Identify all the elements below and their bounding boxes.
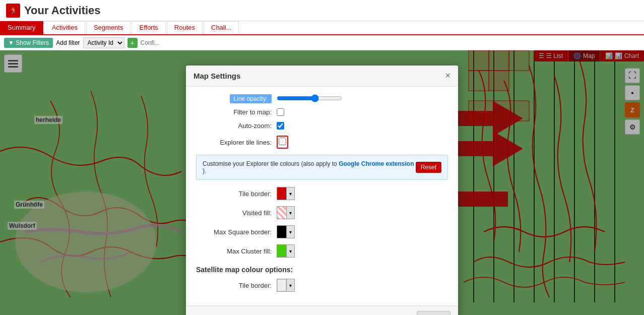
visited-fill-picker[interactable]: ▾: [277, 206, 295, 219]
modal-overlay: Map Settings × Line opacity: Filter to m…: [0, 50, 644, 315]
max-square-border-row: Max Square border: ▾: [196, 225, 448, 238]
explorer-tile-lines-row: Explorer tile lines:: [196, 136, 448, 149]
line-opacity-label-container: Line opacity:: [196, 95, 277, 102]
show-filters-button[interactable]: ▼ Show Filters: [4, 38, 53, 48]
tab-segments[interactable]: Segments: [86, 21, 131, 34]
modal-footer: Close: [186, 305, 458, 315]
tile-border-label: Tile border:: [196, 190, 277, 198]
map-settings-modal: Map Settings × Line opacity: Filter to m…: [186, 66, 458, 315]
app-title: Your Activities: [24, 4, 101, 17]
max-cluster-fill-label: Max Cluster fill:: [196, 247, 277, 255]
max-square-border-label: Max Square border:: [196, 228, 277, 236]
tab-efforts[interactable]: Efforts: [132, 21, 165, 34]
tile-border-picker[interactable]: ▾: [277, 187, 295, 200]
config-label: Confi...: [141, 39, 160, 46]
app-header: 🏃 Your Activities: [0, 0, 644, 21]
modal-header: Map Settings ×: [186, 66, 458, 87]
filter-select[interactable]: Activity Id: [83, 37, 124, 48]
explorer-tile-lines-label: Explorer tile lines:: [196, 139, 277, 146]
satellite-tile-border-arrow: ▾: [286, 279, 294, 291]
max-cluster-fill-row: Max Cluster fill: ▾: [196, 244, 448, 258]
tile-border-arrow: ▾: [286, 187, 294, 200]
info-text: Customise your Explorer tile colours (al…: [203, 160, 416, 174]
chrome-extension-link[interactable]: Google Chrome extension: [339, 160, 414, 167]
tile-border-row: Tile border: ▾: [196, 187, 448, 200]
reset-button[interactable]: Reset: [416, 162, 441, 173]
explorer-tile-lines-control: [277, 136, 288, 149]
auto-zoom-control: [277, 122, 284, 130]
line-opacity-slider[interactable]: [277, 94, 342, 102]
satellite-section-header: Satellite map colour options:: [196, 266, 448, 274]
info-text-before: Customise your Explorer tile colours (al…: [203, 160, 339, 167]
max-cluster-fill-swatch: [277, 245, 286, 257]
modal-close-button[interactable]: ×: [445, 71, 450, 81]
line-opacity-label: Line opacity:: [230, 94, 272, 103]
filter-to-map-checkbox[interactable]: [277, 108, 284, 116]
app-icon: 🏃: [6, 4, 20, 18]
modal-body: Line opacity: Filter to map: Auto-zoom:: [186, 87, 458, 305]
close-button[interactable]: Close: [417, 311, 450, 315]
line-opacity-row: Line opacity:: [196, 94, 448, 102]
auto-zoom-label: Auto-zoom:: [196, 122, 277, 130]
max-square-border-swatch: [277, 226, 286, 238]
satellite-tile-border-label: Tile border:: [196, 282, 277, 289]
filter-to-map-label: Filter to map:: [196, 108, 277, 116]
auto-zoom-row: Auto-zoom:: [196, 122, 448, 130]
nav-tabs: Summary Activities Segments Efforts Rout…: [0, 21, 644, 35]
tab-activities[interactable]: Activities: [44, 21, 85, 34]
max-square-border-picker[interactable]: ▾: [277, 225, 295, 238]
tile-border-swatch: [277, 187, 286, 200]
filter-to-map-row: Filter to map:: [196, 108, 448, 116]
explorer-tile-lines-checkbox[interactable]: [279, 138, 286, 145]
satellite-tile-border-picker[interactable]: ▾: [277, 279, 295, 292]
add-filter-button[interactable]: +: [127, 38, 138, 48]
visited-fill-label: Visited fill:: [196, 209, 277, 217]
tab-summary[interactable]: Summary: [0, 21, 43, 34]
max-cluster-fill-picker[interactable]: ▾: [277, 244, 295, 258]
line-opacity-control: [277, 94, 342, 102]
tab-routes[interactable]: Routes: [167, 21, 203, 34]
explorer-checkbox-highlight: [277, 136, 288, 149]
modal-title: Map Settings: [194, 72, 240, 80]
auto-zoom-checkbox[interactable]: [277, 122, 284, 130]
max-square-border-arrow: ▾: [286, 226, 294, 238]
customise-info-box: Customise your Explorer tile colours (al…: [196, 155, 448, 180]
toolbar: ▼ Show Filters Add filter Activity Id + …: [0, 35, 644, 50]
tab-challenges[interactable]: Chall...: [204, 21, 239, 34]
max-cluster-fill-arrow: ▾: [286, 245, 294, 257]
main-content: Brilliter Moor Grünhöfe Wulsdorf herheid…: [0, 50, 644, 315]
filter-to-map-control: [277, 108, 284, 116]
satellite-tile-border-swatch: [277, 279, 286, 291]
satellite-tile-border-row: Tile border: ▾: [196, 279, 448, 292]
visited-fill-row: Visited fill: ▾: [196, 206, 448, 219]
add-filter-label: Add filter: [56, 39, 80, 46]
visited-fill-swatch: [277, 207, 286, 219]
info-text-after: ).: [203, 167, 206, 174]
visited-fill-arrow: ▾: [286, 207, 294, 219]
